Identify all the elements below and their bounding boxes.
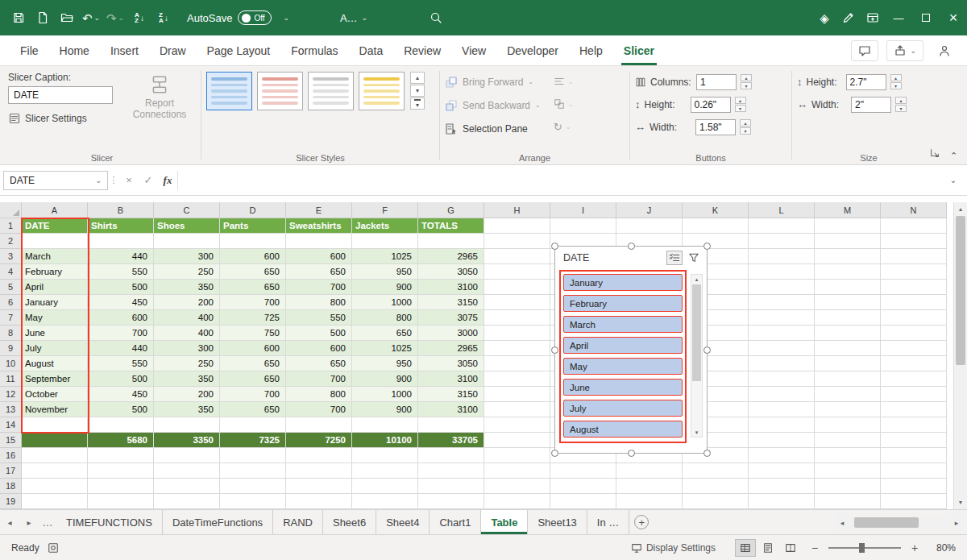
column-header-I[interactable]: I bbox=[550, 202, 616, 218]
cell-H16[interactable] bbox=[484, 448, 550, 463]
row-header-10[interactable]: 10 bbox=[0, 356, 22, 371]
cell-D7[interactable]: 725 bbox=[220, 310, 286, 326]
cell-M8[interactable] bbox=[815, 326, 881, 341]
column-header-E[interactable]: E bbox=[286, 202, 352, 218]
cell-A17[interactable] bbox=[22, 463, 88, 479]
cell-A6[interactable]: January bbox=[22, 295, 88, 310]
cell-M2[interactable] bbox=[815, 234, 881, 249]
cell-H6[interactable] bbox=[484, 295, 550, 310]
sheet-tab-in-[interactable]: In … bbox=[587, 510, 629, 534]
resize-handle-se[interactable] bbox=[703, 450, 711, 457]
cell-D12[interactable]: 700 bbox=[220, 387, 286, 402]
row-header-3[interactable]: 3 bbox=[0, 249, 22, 264]
cell-B15[interactable]: 5680 bbox=[88, 433, 154, 448]
cell-H5[interactable] bbox=[484, 280, 550, 295]
column-header-H[interactable]: H bbox=[484, 202, 550, 218]
cell-H17[interactable] bbox=[484, 463, 550, 479]
row-header-14[interactable]: 14 bbox=[0, 417, 22, 433]
cell-D18[interactable] bbox=[220, 479, 286, 494]
cell-A10[interactable]: August bbox=[22, 356, 88, 371]
cell-D15[interactable]: 7325 bbox=[220, 433, 286, 448]
cell-C10[interactable]: 250 bbox=[154, 356, 220, 371]
cell-F13[interactable]: 900 bbox=[352, 402, 418, 417]
cell-A4[interactable]: February bbox=[22, 264, 88, 280]
minimize-button[interactable]: — bbox=[885, 6, 912, 30]
cell-F5[interactable]: 900 bbox=[352, 280, 418, 295]
row-header-12[interactable]: 12 bbox=[0, 387, 22, 402]
cell-N10[interactable] bbox=[881, 356, 947, 371]
cell-N16[interactable] bbox=[881, 448, 947, 463]
cell-B6[interactable]: 450 bbox=[88, 295, 154, 310]
row-header-13[interactable]: 13 bbox=[0, 402, 22, 417]
columns-decrement[interactable]: ▾ bbox=[741, 82, 752, 89]
cell-A12[interactable]: October bbox=[22, 387, 88, 402]
ribbon-tab-data[interactable]: Data bbox=[349, 35, 394, 65]
button-height-decrement[interactable]: ▾ bbox=[735, 105, 746, 112]
undo-button[interactable]: ↶⌄ bbox=[79, 6, 103, 30]
cell-M1[interactable] bbox=[815, 218, 881, 234]
row-header-6[interactable]: 6 bbox=[0, 295, 22, 310]
cell-F2[interactable] bbox=[352, 234, 418, 249]
cell-L19[interactable] bbox=[749, 494, 815, 509]
size-height-input[interactable]: 2.7" bbox=[846, 74, 886, 90]
cell-C2[interactable] bbox=[154, 234, 220, 249]
cell-J19[interactable] bbox=[616, 494, 683, 509]
cell-E8[interactable]: 500 bbox=[286, 326, 352, 341]
sheet-tab-sheet4[interactable]: Sheet4 bbox=[376, 510, 430, 534]
quick-access-more-icon[interactable]: ⌄ bbox=[283, 14, 289, 22]
page-layout-view-icon[interactable] bbox=[757, 539, 778, 557]
cell-H19[interactable] bbox=[484, 494, 550, 509]
name-box[interactable]: DATE ⌄ bbox=[3, 171, 108, 190]
send-backward-button[interactable]: Send Backward⌄ bbox=[445, 95, 541, 115]
cell-B13[interactable]: 500 bbox=[88, 402, 154, 417]
cell-G11[interactable]: 3100 bbox=[418, 371, 484, 387]
cell-M11[interactable] bbox=[815, 371, 881, 387]
cell-D17[interactable] bbox=[220, 463, 286, 479]
cell-F8[interactable]: 650 bbox=[352, 326, 418, 341]
cell-L7[interactable] bbox=[749, 310, 815, 326]
cell-H14[interactable] bbox=[484, 417, 550, 433]
cell-G14[interactable] bbox=[418, 417, 484, 433]
size-width-input[interactable]: 2" bbox=[851, 97, 891, 113]
cell-M9[interactable] bbox=[815, 341, 881, 356]
cell-H8[interactable] bbox=[484, 326, 550, 341]
cell-D4[interactable]: 650 bbox=[220, 264, 286, 280]
cell-G18[interactable] bbox=[418, 479, 484, 494]
cell-I18[interactable] bbox=[550, 479, 616, 494]
cell-C18[interactable] bbox=[154, 479, 220, 494]
cell-M4[interactable] bbox=[815, 264, 881, 280]
column-header-K[interactable]: K bbox=[683, 202, 749, 218]
column-header-B[interactable]: B bbox=[88, 202, 154, 218]
cell-G15[interactable]: 33705 bbox=[418, 433, 484, 448]
resize-handle-w[interactable] bbox=[551, 346, 558, 354]
sort-ascending-icon[interactable]: AZ↓ bbox=[127, 6, 151, 30]
cell-B2[interactable] bbox=[88, 234, 154, 249]
cell-B5[interactable]: 500 bbox=[88, 280, 154, 295]
cell-I19[interactable] bbox=[550, 494, 616, 509]
column-header-F[interactable]: F bbox=[352, 202, 418, 218]
cell-K19[interactable] bbox=[683, 494, 749, 509]
slicer-style-thumbnail[interactable] bbox=[359, 72, 405, 110]
cell-G7[interactable]: 3075 bbox=[418, 310, 484, 326]
size-height-decrement[interactable]: ▾ bbox=[890, 82, 902, 89]
column-header-D[interactable]: D bbox=[220, 202, 286, 218]
cell-L11[interactable] bbox=[749, 371, 815, 387]
resize-handle-e[interactable] bbox=[703, 346, 711, 354]
buttons-height-input[interactable]: 0.26" bbox=[691, 97, 731, 113]
cell-M15[interactable] bbox=[815, 433, 881, 448]
ribbon-tab-review[interactable]: Review bbox=[393, 35, 451, 65]
selection-pane-button[interactable]: Selection Pane bbox=[445, 118, 541, 139]
rotate-button[interactable]: ↻⌄ bbox=[554, 118, 574, 135]
vertical-scroll-thumb[interactable] bbox=[956, 216, 965, 365]
zoom-slider-thumb[interactable] bbox=[859, 543, 865, 553]
zoom-out-button[interactable]: − bbox=[809, 541, 820, 554]
cell-B17[interactable] bbox=[88, 463, 154, 479]
cell-E16[interactable] bbox=[286, 448, 352, 463]
slicer-style-thumbnail[interactable] bbox=[257, 72, 303, 110]
cell-L13[interactable] bbox=[749, 402, 815, 417]
hscroll-track[interactable] bbox=[851, 516, 948, 529]
row-header-11[interactable]: 11 bbox=[0, 371, 22, 387]
ribbon-tab-view[interactable]: View bbox=[451, 35, 496, 65]
sort-descending-icon[interactable]: ZA↓ bbox=[151, 6, 176, 30]
cell-J18[interactable] bbox=[616, 479, 683, 494]
